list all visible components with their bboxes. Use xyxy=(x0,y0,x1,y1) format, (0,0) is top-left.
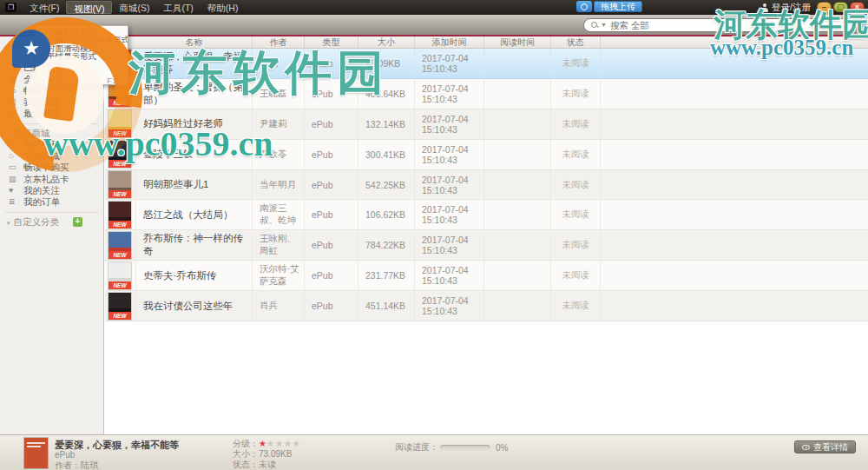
progress-bar xyxy=(440,445,490,451)
cell-author: 尹建莉 xyxy=(253,109,305,139)
table-row[interactable]: NEW 明朝那些事儿1 当年明月 ePub 542.25KB 2017-07-0… xyxy=(105,170,868,201)
cover-art-top xyxy=(108,171,131,188)
dropdown-menu-item[interactable]: 翻页 ▸ xyxy=(36,68,128,76)
new-badge: NEW xyxy=(108,190,131,198)
close-button[interactable]: × xyxy=(850,2,865,12)
cover-art-top xyxy=(108,141,131,157)
table-row[interactable]: NEW 乔布斯传：神一样的传奇 王咏刚、周虹 ePub 784.22KB 201… xyxy=(105,230,868,261)
login-register-link[interactable]: 登录/注册 xyxy=(760,2,811,14)
menu-item-label: 缩放 xyxy=(47,60,63,68)
sidebar-item-icon: ⌂ xyxy=(9,150,20,162)
menu-item[interactable]: 视图(V) xyxy=(66,1,112,14)
star-empty-icons[interactable]: ★★★★ xyxy=(266,439,301,448)
cover-art-top xyxy=(108,262,131,279)
cell-type: ePub xyxy=(305,79,358,109)
sidebar-item[interactable]: ◫ 我的赠送 xyxy=(0,96,103,108)
maximize-button[interactable]: ▢ xyxy=(833,2,848,12)
dropdown-menu-item[interactable]: 全屏 F11 xyxy=(36,76,128,84)
cell-type: ePub xyxy=(305,230,358,260)
cell-size: 73.09KB xyxy=(358,49,415,78)
cover-art-top xyxy=(108,293,131,309)
minimize-button[interactable]: – xyxy=(817,2,832,12)
cell-size: 784.22KB xyxy=(358,230,415,260)
sidebar-item[interactable]: ▤ 电子书刊 xyxy=(0,139,103,150)
sidebar-item[interactable]: ⌂ 京东商城 xyxy=(0,150,103,162)
cell-author: 当年明月 xyxy=(253,170,305,200)
login-label: 登录/注册 xyxy=(772,2,811,14)
cell-author: 沃尔特·艾萨克森 xyxy=(253,261,305,290)
menu-item[interactable]: 帮助(H) xyxy=(201,1,246,14)
sidebar-item[interactable]: ≣ 我的订单 xyxy=(0,196,103,208)
sidebar-item[interactable]: ▥ 京东礼品卡 xyxy=(0,174,103,185)
cell-read-time xyxy=(484,230,551,260)
table-header: 名称 作者 类型 大小 添加时间 阅读时间 状态 xyxy=(105,36,868,49)
table-row[interactable]: NEW 史蒂夫·乔布斯传 沃尔特·艾萨克森 ePub 231.77KB 2017… xyxy=(105,261,868,291)
cell-type: ePub xyxy=(305,170,358,200)
header-size[interactable]: 大小 xyxy=(358,36,415,48)
header-read-time[interactable]: 阅读时间 xyxy=(484,36,551,48)
book-table: 名称 作者 类型 大小 添加时间 阅读时间 状态 xyxy=(105,36,868,434)
cell-added-time: 2017-07-04 15:10:43 xyxy=(415,49,484,78)
search-input[interactable] xyxy=(610,20,819,30)
menu-item-label: 全屏 xyxy=(47,76,63,84)
view-dropdown-menu: 书籍列表形式 书籍详细信息列表形式 封面滑动模式 平铺显示形式 xyxy=(35,25,128,85)
cell-added-time: 2017-07-04 15:10:43 xyxy=(415,79,484,109)
dropdown-menu-item[interactable]: 书籍列表形式 xyxy=(36,28,128,36)
cell-type: ePub xyxy=(305,109,358,139)
book-cover: NEW xyxy=(108,110,131,137)
add-category-button[interactable]: + xyxy=(73,217,82,227)
cell-size: 300.41KB xyxy=(358,140,415,169)
book-cover-cell: NEW xyxy=(105,170,136,200)
person-icon xyxy=(760,3,768,12)
table-row[interactable]: NEW 金陵十三钗 严歌苓 ePub 300.41KB 2017-07-04 1… xyxy=(105,140,868,170)
sidebar-item[interactable]: ▭ 畅读卡 xyxy=(0,85,103,96)
sidebar-item[interactable]: ♥ 我的关注 xyxy=(0,185,103,196)
header-added-time[interactable]: 添加时间 xyxy=(415,36,484,48)
table-row[interactable]: NEW 卑鄙的圣人：曹操（第4部） 王晓磊 ePub 406.64KB 2017… xyxy=(105,79,868,109)
dropdown-menu-item[interactable]: 缩放 ▸ xyxy=(36,60,128,68)
sidebar-section-custom[interactable]: ▾自定义分类 + xyxy=(0,216,103,228)
sidebar-item-label: 我的订单 xyxy=(23,196,60,207)
cell-status: 未阅读 xyxy=(551,291,601,321)
header-author[interactable]: 作者 xyxy=(253,36,305,48)
cell-name: 金陵十三钗 xyxy=(136,140,253,169)
app-window: ❐ 文件(F) 视图(V) 商城(S) 工具(T) 帮助(H) 拖拽上传 登录/… xyxy=(0,0,868,470)
section-label: 在线商城 xyxy=(14,128,50,138)
menu-item[interactable]: 商城(S) xyxy=(112,1,156,14)
sidebar-item[interactable]: ▭ 畅读卡购买 xyxy=(0,162,103,173)
header-status[interactable]: 状态 xyxy=(551,36,601,48)
cell-filler xyxy=(601,109,868,139)
cell-status: 未阅读 xyxy=(551,261,601,290)
menu-item-label: 书籍详细信息列表形式 xyxy=(47,36,128,43)
cell-read-time xyxy=(484,291,551,321)
menu-item[interactable]: 文件(F) xyxy=(23,1,66,14)
cell-type: ePub xyxy=(305,200,358,229)
view-details-button[interactable]: 查看详情 xyxy=(794,440,856,453)
star-filled-icon[interactable]: ★ xyxy=(259,439,266,448)
cell-added-time: 2017-07-04 15:10:43 xyxy=(415,170,484,200)
search-scope-dropdown-icon[interactable]: ▼ xyxy=(601,22,607,28)
reading-progress: 阅读进度： 0% xyxy=(395,441,508,453)
book-cover: NEW xyxy=(108,171,131,198)
table-row[interactable]: NEW 我在讨债公司这些年 肖兵 ePub 451.14KB 2017-07-0… xyxy=(105,291,868,321)
dropdown-menu-item[interactable]: 平铺显示形式 xyxy=(36,52,128,60)
sidebar-item-icon: ▤ xyxy=(9,50,20,62)
sidebar-item-label: 畅读卡购买 xyxy=(23,162,69,172)
cover-art-top xyxy=(108,202,131,218)
drag-upload-button[interactable]: 拖拽上传 xyxy=(594,1,642,12)
collapse-icon: ▾ xyxy=(7,43,10,49)
progress-label: 阅读进度： xyxy=(395,441,438,453)
dropdown-menu-item[interactable]: 封面滑动模式 xyxy=(36,44,128,52)
dropdown-menu-item[interactable]: 书籍详细信息列表形式 xyxy=(36,36,128,43)
menu-item[interactable]: 工具(T) xyxy=(156,1,200,14)
table-row[interactable]: NEW 爱要深，心要狠，幸福不能等 陆琪 ePub 73.09KB 2017-0… xyxy=(105,49,868,79)
header-type[interactable]: 类型 xyxy=(305,36,358,48)
search-box[interactable]: ▼ xyxy=(583,18,857,32)
table-row[interactable]: NEW 好妈妈胜过好老师 尹建莉 ePub 132.14KB 2017-07-0… xyxy=(105,109,868,140)
cell-filler xyxy=(601,140,868,169)
header-name[interactable]: 名称 xyxy=(136,36,253,48)
sidebar-item[interactable]: ◷ 最近阅读 xyxy=(0,108,103,119)
sidebar-section-store[interactable]: ▾在线商城 xyxy=(0,128,103,139)
cell-type: ePub xyxy=(305,140,358,169)
table-row[interactable]: NEW 怒江之战（大结局） 南派三叔、乾坤 ePub 106.62KB 2017… xyxy=(105,200,868,230)
